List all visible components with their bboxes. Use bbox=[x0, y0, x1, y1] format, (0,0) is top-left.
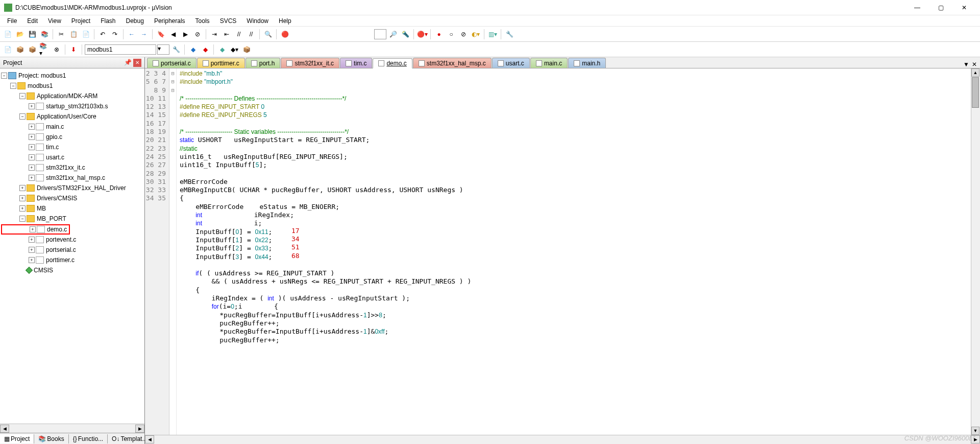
tree-node[interactable]: −modbus1 bbox=[1, 81, 143, 91]
translate-button[interactable]: 📄 bbox=[2, 44, 13, 55]
indent-button[interactable]: ⇥ bbox=[209, 29, 220, 40]
project-tree[interactable]: −Project: modbus1−modbus1−Application/MD… bbox=[0, 68, 144, 424]
rebuild-button[interactable]: 📦 bbox=[27, 44, 38, 55]
outdent-button[interactable]: ⇤ bbox=[221, 29, 232, 40]
file-extensions-button[interactable]: ◆ bbox=[200, 44, 211, 55]
code-area[interactable]: #include "mb.h" #include "mbport.h" /* -… bbox=[177, 68, 971, 435]
tree-node[interactable]: +startup_stm32f103xb.s bbox=[1, 101, 143, 111]
menu-debug[interactable]: Debug bbox=[121, 16, 149, 26]
tree-node[interactable]: +stm32f1xx_hal_msp.c bbox=[1, 173, 143, 183]
breakpoint-button[interactable]: ● bbox=[433, 29, 445, 40]
tree-toggle[interactable]: + bbox=[19, 195, 26, 201]
debug-button[interactable]: 🔴 bbox=[279, 29, 290, 40]
scroll-down-button[interactable]: ▼ bbox=[971, 427, 979, 435]
tree-node[interactable]: +porttimer.c bbox=[1, 255, 143, 265]
tree-toggle[interactable]: + bbox=[29, 237, 35, 243]
tab-close-button[interactable]: ✕ bbox=[971, 61, 978, 68]
save-all-button[interactable]: 📚 bbox=[39, 29, 50, 40]
tree-node[interactable]: +Drivers/CMSIS bbox=[1, 193, 143, 203]
find-in-files-button[interactable]: 🔎 bbox=[387, 29, 399, 40]
target-select[interactable]: modbus1 bbox=[85, 44, 156, 55]
paste-button[interactable]: 📄 bbox=[80, 29, 91, 40]
tree-toggle[interactable]: + bbox=[29, 144, 35, 150]
scroll-right-button[interactable]: ▶ bbox=[971, 435, 980, 443]
manage-rte-button[interactable]: ◆ bbox=[216, 44, 228, 55]
stop-build-button[interactable]: ⊗ bbox=[51, 44, 62, 55]
tree-node[interactable]: +Drivers/STM32F1xx_HAL_Driver bbox=[1, 183, 143, 193]
tree-node[interactable]: −Application/MDK-ARM bbox=[1, 91, 143, 101]
scroll-left-button[interactable]: ◀ bbox=[0, 425, 9, 433]
editor-tab[interactable]: main.h bbox=[568, 58, 606, 68]
find-combo[interactable] bbox=[374, 29, 386, 39]
breakpoint-kill-button[interactable]: ⊘ bbox=[458, 29, 469, 40]
menu-flash[interactable]: Flash bbox=[95, 16, 120, 26]
tree-node[interactable]: +demo.c bbox=[1, 224, 70, 235]
tree-node[interactable]: +portserial.c bbox=[1, 245, 143, 255]
menu-view[interactable]: View bbox=[43, 16, 66, 26]
bookmark-clear-button[interactable]: ⊘ bbox=[192, 29, 203, 40]
tree-toggle[interactable]: + bbox=[29, 154, 35, 160]
tree-toggle[interactable]: + bbox=[29, 257, 35, 263]
tree-node[interactable]: +MB bbox=[1, 203, 143, 214]
editor-tab[interactable]: stm32f1xx_it.c bbox=[281, 58, 339, 68]
editor-tab[interactable]: stm32f1xx_hal_msp.c bbox=[413, 58, 492, 68]
tree-toggle[interactable]: + bbox=[19, 185, 26, 191]
editor-tab[interactable]: porttimer.c bbox=[197, 58, 245, 68]
tab-dropdown-button[interactable]: ▼ bbox=[963, 61, 970, 68]
window-layout-button[interactable]: ▥▾ bbox=[487, 29, 498, 40]
tree-toggle[interactable]: − bbox=[19, 93, 26, 99]
incremental-find-button[interactable]: 🔦 bbox=[400, 29, 411, 40]
tree-toggle[interactable]: + bbox=[29, 134, 35, 140]
bookmark-button[interactable]: 🔖 bbox=[155, 29, 166, 40]
tree-toggle[interactable]: + bbox=[29, 175, 35, 181]
tree-toggle[interactable]: + bbox=[29, 124, 35, 130]
open-button[interactable]: 📂 bbox=[14, 29, 26, 40]
tree-node[interactable]: −Project: modbus1 bbox=[1, 71, 143, 81]
batch-build-button[interactable]: 📚▾ bbox=[39, 44, 50, 55]
tree-toggle[interactable]: + bbox=[29, 103, 35, 109]
tree-toggle[interactable]: − bbox=[1, 73, 7, 79]
menu-file[interactable]: File bbox=[2, 16, 22, 26]
comment-button[interactable]: // bbox=[233, 29, 244, 40]
editor-tab[interactable]: demo.c bbox=[373, 58, 412, 68]
bottom-tab-books[interactable]: 📚Books bbox=[34, 434, 68, 443]
tree-toggle[interactable]: − bbox=[19, 216, 26, 222]
new-file-button[interactable]: 📄 bbox=[2, 29, 13, 40]
menu-svcs[interactable]: SVCS bbox=[215, 16, 242, 26]
breakpoint-enable-button[interactable]: ◐▾ bbox=[470, 29, 481, 40]
pack-installer-button[interactable]: 📦 bbox=[241, 44, 252, 55]
tree-toggle[interactable]: − bbox=[19, 113, 26, 120]
bookmark-next-button[interactable]: ▶ bbox=[180, 29, 191, 40]
close-button[interactable]: ✕ bbox=[952, 1, 976, 15]
debug-session-button[interactable]: 🔴▾ bbox=[416, 29, 428, 40]
editor-tab[interactable]: usart.c bbox=[492, 58, 530, 68]
scroll-left-button[interactable]: ◀ bbox=[145, 435, 154, 443]
menu-edit[interactable]: Edit bbox=[22, 16, 43, 26]
select-packs-button[interactable]: ◆▾ bbox=[229, 44, 240, 55]
tree-node[interactable]: CMSIS bbox=[1, 265, 143, 275]
editor-tab[interactable]: port.h bbox=[246, 58, 281, 68]
tree-node[interactable]: +gpio.c bbox=[1, 132, 143, 142]
build-button[interactable]: 📦 bbox=[14, 44, 26, 55]
scroll-up-button[interactable]: ▲ bbox=[971, 68, 979, 77]
tree-node[interactable]: +tim.c bbox=[1, 142, 143, 152]
menu-project[interactable]: Project bbox=[66, 16, 95, 26]
scroll-right-button[interactable]: ▶ bbox=[135, 425, 144, 433]
bottom-tab-functio[interactable]: {}Functio... bbox=[69, 434, 108, 443]
tree-node[interactable]: −MB_PORT bbox=[1, 214, 143, 224]
menu-help[interactable]: Help bbox=[274, 16, 297, 26]
nav-back-button[interactable]: ← bbox=[126, 29, 137, 40]
bottom-tab-project[interactable]: ▦Project bbox=[0, 434, 34, 443]
redo-button[interactable]: ↷ bbox=[109, 29, 120, 40]
uncomment-button[interactable]: // bbox=[246, 29, 257, 40]
tree-toggle[interactable]: + bbox=[29, 247, 35, 253]
editor-tab[interactable]: portserial.c bbox=[147, 58, 197, 68]
configure-button[interactable]: 🔧 bbox=[504, 29, 515, 40]
editor-vscroll[interactable]: ▲ ▼ bbox=[971, 68, 980, 435]
tree-node[interactable]: +stm32f1xx_it.c bbox=[1, 162, 143, 173]
editor-tab[interactable]: main.c bbox=[530, 58, 568, 68]
breakpoint-disable-button[interactable]: ○ bbox=[446, 29, 457, 40]
panel-close-button[interactable]: ✕ bbox=[133, 59, 141, 67]
minimize-button[interactable]: — bbox=[905, 1, 929, 15]
download-button[interactable]: ⬇ bbox=[68, 44, 79, 55]
